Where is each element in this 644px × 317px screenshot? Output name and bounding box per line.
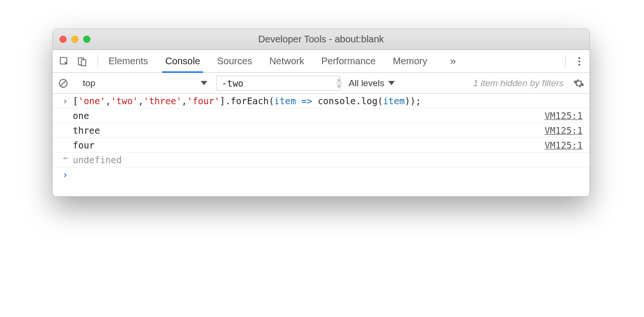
tab-elements[interactable]: Elements (107, 50, 150, 72)
log-levels-selector[interactable]: All levels (345, 78, 399, 89)
console-log-row: one VM125:1 (53, 109, 589, 123)
execution-context-selector[interactable]: top (78, 76, 212, 91)
console-log-row: three VM125:1 (53, 123, 589, 138)
more-options-button[interactable] (574, 55, 585, 68)
console-settings-icon[interactable] (573, 78, 585, 89)
tab-console[interactable]: Console (163, 50, 202, 72)
filter-input[interactable] (222, 78, 337, 89)
tab-network[interactable]: Network (267, 50, 306, 72)
window-title: Developer Tools - about:blank (53, 34, 589, 45)
return-value: undefined (73, 155, 583, 165)
return-arrow-icon (58, 155, 73, 162)
console-prompt-row[interactable]: › (53, 168, 589, 182)
filter-input-wrapper[interactable] (216, 76, 340, 91)
console-filter-bar: top All levels 1 item hidden by filters (53, 73, 589, 94)
log-source-link[interactable]: VM125:1 (545, 125, 583, 136)
tab-performance[interactable]: Performance (320, 50, 378, 72)
device-toolbar-icon[interactable] (76, 55, 89, 68)
console-output: › ['one','two','three','four'].forEach(i… (53, 94, 589, 196)
svg-rect-2 (81, 59, 86, 66)
tabs-overflow-button[interactable]: » (447, 55, 459, 68)
toolbar-separator (98, 55, 98, 68)
titlebar: Developer Tools - about:blank (53, 29, 589, 50)
inspect-element-icon[interactable] (58, 55, 71, 68)
tab-sources[interactable]: Sources (215, 50, 254, 72)
chevron-down-icon (388, 81, 395, 85)
svg-point-5 (67, 158, 68, 158)
context-label: top (83, 78, 95, 89)
log-source-link[interactable]: VM125:1 (545, 140, 583, 150)
console-log-row: four VM125:1 (53, 138, 589, 153)
toolbar-separator (565, 55, 566, 68)
log-text: three (73, 125, 545, 136)
console-return-row: undefined (53, 153, 589, 168)
panel-tabs: Elements Console Sources Network Perform… (107, 50, 459, 72)
input-prompt-icon: › (58, 96, 73, 106)
hidden-by-filters-message: 1 item hidden by filters (473, 78, 564, 89)
main-toolbar: Elements Console Sources Network Perform… (53, 50, 589, 73)
clear-filter-icon[interactable] (337, 79, 342, 88)
chevron-down-icon (201, 81, 207, 85)
tab-memory[interactable]: Memory (391, 50, 429, 72)
console-input-code[interactable]: ['one','two','three','four'].forEach(ite… (73, 96, 583, 106)
levels-label: All levels (349, 78, 384, 89)
log-text: one (73, 110, 545, 121)
svg-line-4 (61, 80, 66, 86)
clear-console-icon[interactable] (58, 78, 69, 89)
log-source-link[interactable]: VM125:1 (545, 110, 583, 121)
log-text: four (73, 140, 545, 150)
devtools-window: Developer Tools - about:blank Elements C… (52, 29, 590, 197)
prompt-icon: › (58, 169, 73, 180)
console-input-row: › ['one','two','three','four'].forEach(i… (53, 94, 589, 109)
